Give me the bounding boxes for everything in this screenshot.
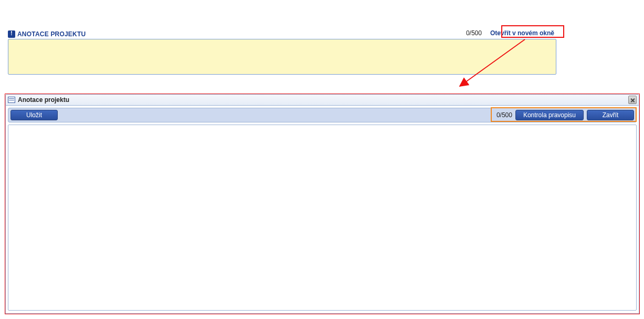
required-icon <box>8 30 15 38</box>
modal-char-counter: 0/500 <box>497 111 512 119</box>
save-button[interactable]: Uložit <box>10 110 58 120</box>
annotation-modal: Anotace projektu Uložit 0/500 Kontrola p… <box>5 94 640 314</box>
modal-close-x-button[interactable] <box>628 96 637 104</box>
annotation-field-collapsed: ANOTACE PROJEKTU 0/500 Otevřít v novém o… <box>8 27 556 75</box>
modal-body: Uložit 0/500 Kontrola pravopisu Zavřít <box>5 106 639 314</box>
field-label: ANOTACE PROJEKTU <box>17 30 86 38</box>
window-icon <box>8 97 15 103</box>
annotation-textarea-collapsed[interactable] <box>8 39 556 75</box>
open-in-new-window-link[interactable]: Otevřít v novém okně <box>488 28 556 38</box>
modal-title: Anotace projektu <box>18 96 69 104</box>
annotation-textarea[interactable] <box>8 125 637 311</box>
modal-toolbar: Uložit 0/500 Kontrola pravopisu Zavřít <box>8 108 637 122</box>
close-button[interactable]: Zavřít <box>587 110 634 120</box>
spellcheck-button[interactable]: Kontrola pravopisu <box>515 110 584 120</box>
char-counter: 0/500 <box>466 29 482 37</box>
modal-titlebar: Anotace projektu <box>5 94 639 106</box>
